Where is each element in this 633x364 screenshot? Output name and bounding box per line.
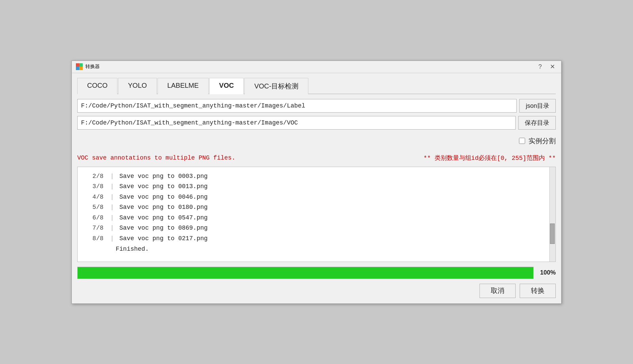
svg-rect-0 [76,63,79,67]
log-line: 3/8|Save voc png to 0013.png [83,181,550,192]
cancel-button[interactable]: 取消 [480,284,516,298]
log-num: 6/8 [83,213,110,223]
log-sep: | [110,223,119,233]
close-button[interactable]: ✕ [548,62,557,71]
save-dir-row: 保存目录 [77,116,556,130]
bottom-buttons: 取消 转换 [77,282,556,298]
log-line: 7/8|Save voc png to 0869.png [83,223,550,233]
progress-bar-background [77,267,534,279]
log-sep: | [110,213,119,223]
progress-bar-fill [78,267,533,279]
info-row: VOC save annotations to multiple PNG fil… [77,152,556,163]
log-sep: | [110,181,119,192]
tab-coco[interactable]: COCO [77,78,117,94]
log-line: 8/8|Save voc png to 0217.png [83,233,550,244]
log-scroll-thumb[interactable] [550,224,555,244]
tab-voc[interactable]: VOC [209,78,244,94]
content-area: COCO YOLO LABELME VOC VOC-目标检测 json目录 保存… [72,73,561,303]
log-sep: | [110,171,119,182]
tab-voc-detection[interactable]: VOC-目标检测 [244,78,308,94]
progress-label: 100% [537,269,556,276]
info-right-text: ** 类别数量与组id必须在[0, 255]范围内 ** [423,154,556,162]
log-sep: | [110,233,119,244]
title-bar-controls: ? ✕ [535,62,557,71]
instance-seg-checkbox[interactable] [519,138,525,144]
log-num: 5/8 [83,202,110,213]
log-line: Finished. [83,244,550,254]
log-sep: | [110,192,119,202]
help-button[interactable]: ? [535,62,545,71]
log-msg: Save voc png to 0547.png [119,213,208,223]
app-icon [76,63,83,70]
title-bar: 转换器 ? ✕ [72,61,561,73]
tab-labelme[interactable]: LABELME [158,78,209,94]
tab-yolo[interactable]: YOLO [118,78,157,94]
log-line: 5/8|Save voc png to 0180.png [83,202,550,213]
save-dir-button[interactable]: 保存目录 [518,116,556,130]
log-msg: Save voc png to 0013.png [119,181,208,192]
main-window: 转换器 ? ✕ COCO YOLO LABELME VOC VOC-目标检测 j… [71,61,562,304]
instance-seg-label: 实例分割 [529,136,556,146]
svg-rect-2 [76,67,79,70]
svg-rect-3 [79,67,83,70]
log-msg: Finished. [116,244,149,254]
svg-rect-1 [79,63,83,67]
log-lines: 2/8|Save voc png to 0003.png3/8|Save voc… [83,171,550,254]
json-dir-row: json目录 [77,99,556,113]
log-num: 8/8 [83,233,110,244]
log-num: 7/8 [83,223,110,233]
log-scrollbar[interactable] [549,167,555,262]
log-line: 6/8|Save voc png to 0547.png [83,213,550,223]
log-line: 2/8|Save voc png to 0003.png [83,171,550,182]
log-msg: Save voc png to 0003.png [119,171,208,182]
window-title: 转换器 [85,64,535,70]
log-area: 2/8|Save voc png to 0003.png3/8|Save voc… [77,167,556,262]
json-dir-input[interactable] [77,99,517,113]
log-msg: Save voc png to 0046.png [119,192,208,202]
progress-row: 100% [77,267,556,279]
save-dir-input[interactable] [77,116,516,130]
info-left-text: VOC save annotations to multiple PNG fil… [77,154,235,161]
log-msg: Save voc png to 0180.png [119,202,208,213]
log-num [83,244,110,254]
options-row: 实例分割 [77,133,556,149]
json-dir-button[interactable]: json目录 [519,99,556,113]
log-num: 3/8 [83,181,110,192]
log-sep: | [110,202,119,213]
log-num: 4/8 [83,192,110,202]
log-num: 2/8 [83,171,110,182]
log-sep [110,244,116,254]
log-msg: Save voc png to 0869.png [119,223,208,233]
log-line: 4/8|Save voc png to 0046.png [83,192,550,202]
tab-bar: COCO YOLO LABELME VOC VOC-目标检测 [77,77,556,94]
convert-button[interactable]: 转换 [520,284,556,298]
log-msg: Save voc png to 0217.png [119,233,208,244]
